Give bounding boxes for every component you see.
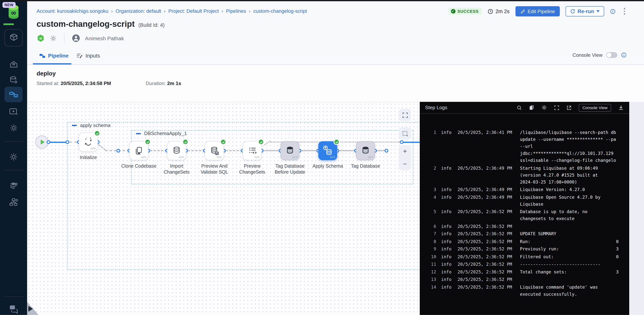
- svg-text:∞: ∞: [11, 8, 16, 17]
- step-label: Clone Codebase: [120, 163, 158, 169]
- sidebar-item-account-settings[interactable]: [0, 152, 27, 161]
- gear-icon[interactable]: [541, 105, 547, 110]
- log-line-number: 4: [420, 194, 436, 208]
- log-line-number: 5: [420, 208, 436, 222]
- step-node-preview-changesets[interactable]: </>: [243, 141, 262, 160]
- info-icon[interactable]: [621, 52, 627, 58]
- gear-icon: [9, 124, 18, 132]
- step-node-apply-schema-selected[interactable]: </>: [318, 141, 337, 160]
- pipeline-settings-gear-icon[interactable]: [50, 35, 56, 42]
- inputs-tab-icon: [76, 53, 82, 58]
- log-level: info: [441, 276, 458, 283]
- sidebar-item-pipelines-active[interactable]: [4, 87, 22, 102]
- success-check-icon: [258, 139, 264, 145]
- collapse-step-group-handle[interactable]: [136, 133, 141, 134]
- log-line-number: 9: [420, 246, 436, 252]
- edge: [377, 150, 386, 151]
- log-level: info: [441, 208, 458, 222]
- zoom-in-button[interactable]: +: [403, 148, 407, 155]
- rerun-button[interactable]: Re-run: [566, 6, 604, 16]
- breadcrumb-account[interactable]: Account: kurosakiichigo.songoku: [36, 8, 108, 14]
- connector-port: [116, 149, 120, 153]
- step-node-clone-codebase[interactable]: </>: [130, 141, 148, 160]
- chevron-right-icon: ›: [222, 8, 223, 14]
- breadcrumb-project[interactable]: Project: Default Project: [168, 8, 219, 14]
- step-group-label[interactable]: DBSchemaApply_1: [144, 130, 187, 136]
- info-icon[interactable]: [610, 8, 616, 14]
- search-icon[interactable]: [516, 105, 522, 110]
- sidebar-item-databases[interactable]: [0, 76, 27, 84]
- more-options-menu[interactable]: [621, 7, 628, 16]
- check-icon: ✓: [451, 9, 455, 14]
- breadcrumb-pipelines[interactable]: Pipelines: [226, 8, 246, 14]
- console-view-toggle[interactable]: [606, 52, 617, 58]
- logs-console-view-button[interactable]: Console View: [579, 104, 611, 112]
- log-message: [520, 276, 620, 283]
- success-check-icon: [220, 139, 226, 145]
- sidebar-item-home[interactable]: [0, 60, 27, 68]
- tab-inputs[interactable]: Inputs: [76, 52, 100, 59]
- log-line: 2 info 20/5/2025, 2:36:49 PM Starting Li…: [420, 164, 629, 186]
- script-glyph: </>: [179, 156, 184, 159]
- open-external-icon[interactable]: [566, 105, 572, 110]
- success-check-icon: [182, 139, 189, 145]
- step-label: Initialize: [70, 154, 107, 160]
- script-glyph: </>: [90, 147, 96, 150]
- edit-pipeline-button[interactable]: Edit Pipeline: [515, 6, 560, 16]
- step-node-preview-and-validate-sql[interactable]: </>: [205, 141, 224, 160]
- sidebar-item-project-settings[interactable]: [0, 124, 27, 132]
- log-message: Liquibase command 'update' was executed …: [520, 284, 620, 298]
- download-icon[interactable]: [618, 105, 624, 110]
- fullscreen-icon[interactable]: [554, 105, 560, 110]
- log-line: 7 info 20/5/2025, 2:36:52 PM UPDATE SUMM…: [420, 230, 629, 237]
- pipeline-graph-canvas[interactable]: apply schema DBSchemaApply_1: [27, 102, 420, 315]
- tab-pipeline[interactable]: Pipeline: [39, 52, 68, 59]
- zoom-out-button[interactable]: −: [403, 160, 407, 168]
- log-level: info: [441, 261, 458, 268]
- marquee-select-button[interactable]: [399, 127, 411, 140]
- trigger-author: Animesh Pathak: [85, 35, 124, 41]
- sidebar-item-environments[interactable]: [0, 182, 27, 190]
- status-badge: ✓ SUCCESS: [448, 8, 482, 15]
- collapse-stage-group-handle[interactable]: [72, 124, 77, 126]
- step-label: Tag Database: [347, 163, 384, 169]
- step-node-tag-database[interactable]: </>: [356, 141, 375, 160]
- stage-started: Started at: 20/5/2025, 2:34:58 PM: [36, 80, 111, 86]
- log-message: [520, 223, 620, 230]
- module-switcher-button[interactable]: [4, 29, 22, 46]
- pipeline-icon: [9, 91, 18, 98]
- log-line: 8 info 20/5/2025, 2:36:52 PM Run: 0: [420, 238, 629, 245]
- step-node-tag-database-before-update[interactable]: </>: [280, 141, 300, 160]
- log-line-number: 3: [420, 186, 436, 193]
- log-message: Previously run: 3: [520, 246, 620, 252]
- log-line-number: 1: [420, 129, 436, 164]
- log-line-number: 2: [420, 164, 436, 186]
- log-line-number: 11: [420, 261, 436, 268]
- new-badge: NEW: [2, 2, 16, 8]
- log-message: Filtered out: 0: [520, 253, 620, 260]
- log-line: 9 info 20/5/2025, 2:36:52 PM Previously …: [420, 246, 629, 252]
- stage-group-label[interactable]: apply schema: [80, 122, 110, 128]
- copy-icon[interactable]: [529, 105, 534, 110]
- breadcrumb-organization[interactable]: Organization: default: [116, 8, 161, 14]
- log-line: 12 info 20/5/2025, 2:36:52 PM Total chan…: [420, 268, 629, 275]
- stage-summary: deploy Started at: 20/5/2025, 2:34:58 PM…: [27, 65, 644, 102]
- fullscreen-icon: [402, 112, 408, 118]
- build-id: (Build Id: 4): [138, 22, 165, 28]
- log-message: Starting Liquibase at 09:06:49 (version …: [520, 164, 620, 186]
- database-upload-icon: [322, 144, 334, 157]
- sidebar-item-executions[interactable]: [0, 108, 27, 116]
- sidebar-item-help[interactable]: ?: [0, 305, 27, 314]
- sidebar-item-infrastructure[interactable]: [0, 198, 27, 206]
- stage-name: deploy: [36, 70, 56, 77]
- database-check-icon: [210, 146, 219, 155]
- fit-to-screen-button[interactable]: [399, 109, 411, 121]
- log-output[interactable]: 1 info 20/5/2025, 2:36:41 PM /liquibase/…: [420, 114, 629, 315]
- log-line-number: 8: [420, 238, 436, 245]
- step-node-initialize[interactable]: </>: [79, 132, 98, 152]
- log-message: -------------------------------: [520, 261, 620, 268]
- breadcrumb-current[interactable]: custom-changelog-script: [253, 8, 307, 14]
- expand-panel-arrow[interactable]: [28, 306, 33, 312]
- step-node-import-changesets[interactable]: </>: [167, 141, 186, 160]
- svg-text:∞: ∞: [39, 36, 42, 41]
